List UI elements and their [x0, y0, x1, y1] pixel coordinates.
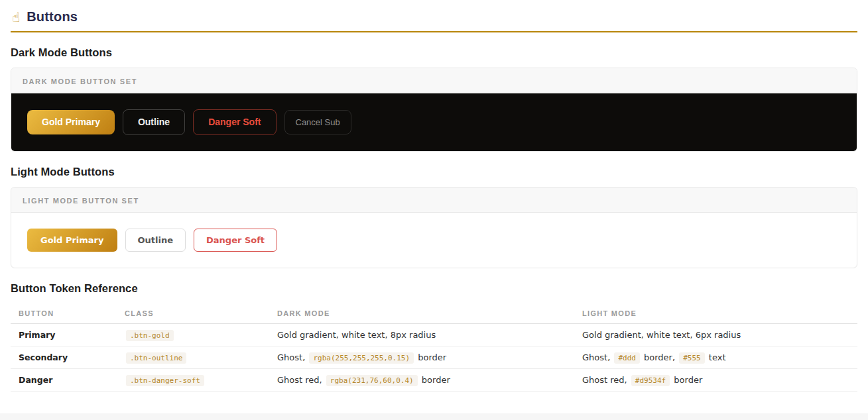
- token-reference-heading: Button Token Reference: [11, 282, 857, 295]
- light-mode-panel-header: LIGHT MODE BUTTON SET: [11, 187, 857, 213]
- value-code-chip: rgba(255,255,255,0.15): [309, 352, 414, 364]
- light-mode-cell: Gold gradient, white text, 6px radius: [574, 324, 857, 346]
- light-mode-panel-caption: LIGHT MODE BUTTON SET: [23, 197, 139, 205]
- outline-button-light[interactable]: Outline: [125, 229, 186, 252]
- button-name-cell: Primary: [11, 324, 117, 346]
- outline-button-dark[interactable]: Outline: [123, 109, 185, 135]
- gold-primary-button-dark[interactable]: Gold Primary: [27, 110, 115, 134]
- column-header-light-mode: LIGHT MODE: [574, 303, 857, 324]
- table-row: Primary.btn-goldGold gradient, white tex…: [11, 324, 857, 346]
- pointing-hand-icon: ☝: [12, 11, 20, 24]
- value-code-chip: rgba(231,76,60,0.4): [326, 375, 418, 386]
- class-code-chip: .btn-gold: [126, 330, 174, 341]
- button-name-cell: Secondary: [11, 346, 117, 369]
- value-code-chip: #555: [679, 352, 705, 364]
- table-row: Secondary.btn-outlineGhost, rgba(255,255…: [11, 346, 857, 369]
- light-mode-panel-body: Gold Primary Outline Danger Soft: [11, 213, 857, 268]
- dark-mode-panel: DARK MODE BUTTON SET Gold Primary Outlin…: [11, 68, 857, 152]
- class-cell: .btn-danger-soft: [117, 369, 269, 392]
- page-header: ☝ Buttons: [11, 8, 857, 32]
- class-code-chip: .btn-outline: [126, 352, 186, 364]
- token-reference-table: BUTTON CLASS DARK MODE LIGHT MODE Primar…: [11, 303, 857, 392]
- value-code-chip: #ddd: [614, 352, 640, 364]
- dark-mode-cell: Gold gradient, white text, 8px radius: [269, 324, 574, 346]
- buttons-doc-page: ☝ Buttons Dark Mode Buttons DARK MODE BU…: [0, 0, 868, 413]
- table-header-row: BUTTON CLASS DARK MODE LIGHT MODE: [11, 303, 857, 324]
- danger-soft-button-light[interactable]: Danger Soft: [194, 229, 277, 252]
- column-header-class: CLASS: [117, 303, 269, 324]
- class-cell: .btn-outline: [117, 346, 269, 369]
- light-mode-cell: Ghost red, #d9534f border: [574, 369, 857, 392]
- value-code-chip: #d9534f: [631, 375, 670, 386]
- cancel-sub-button-dark[interactable]: Cancel Sub: [284, 110, 351, 135]
- dark-mode-section-heading: Dark Mode Buttons: [11, 46, 857, 59]
- dark-mode-cell: Ghost, rgba(255,255,255,0.15) border: [269, 346, 574, 369]
- token-table-body: Primary.btn-goldGold gradient, white tex…: [11, 324, 857, 392]
- light-mode-panel: LIGHT MODE BUTTON SET Gold Primary Outli…: [11, 187, 857, 269]
- gold-primary-button-light[interactable]: Gold Primary: [27, 229, 117, 252]
- dark-mode-panel-caption: DARK MODE BUTTON SET: [23, 78, 137, 85]
- page-title: Buttons: [27, 9, 78, 25]
- button-name-cell: Danger: [11, 369, 117, 392]
- danger-soft-button-dark[interactable]: Danger Soft: [193, 109, 276, 135]
- column-header-button: BUTTON: [11, 303, 117, 324]
- light-mode-cell: Ghost, #ddd border, #555 text: [574, 346, 857, 369]
- dark-mode-panel-header: DARK MODE BUTTON SET: [11, 68, 857, 93]
- light-mode-section-heading: Light Mode Buttons: [11, 166, 857, 178]
- class-code-chip: .btn-danger-soft: [126, 375, 204, 386]
- class-cell: .btn-gold: [117, 324, 269, 346]
- table-row: Danger.btn-danger-softGhost red, rgba(23…: [11, 369, 857, 392]
- dark-mode-cell: Ghost red, rgba(231,76,60,0.4) border: [269, 369, 574, 392]
- column-header-dark-mode: DARK MODE: [269, 303, 574, 324]
- dark-mode-panel-body: Gold Primary Outline Danger Soft Cancel …: [11, 93, 857, 151]
